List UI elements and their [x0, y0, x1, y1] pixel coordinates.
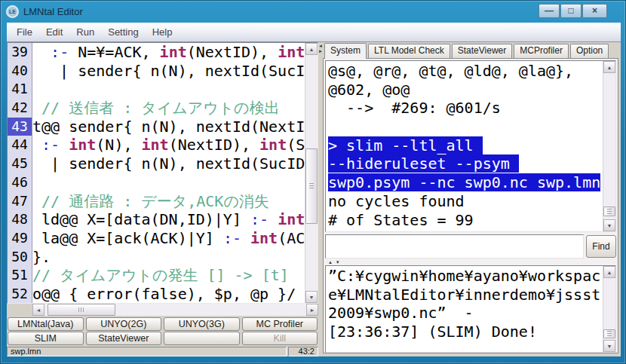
- code-line-44: :- int(N), int(NextID), int(SucID): [32, 136, 305, 154]
- status-bar: swp.lmn 43:2: [7, 347, 318, 356]
- scrollbar-thumb[interactable]: [603, 329, 615, 338]
- code-line-51: // タイムアウトの発生 [] -> [t]: [32, 266, 305, 285]
- tab-content: @s@, @r@, @t@, @ld@, @la@},@602, @o@ -->…: [323, 58, 618, 353]
- code-line-39: :- N=¥=ACK, int(NextID), int(SucID): [32, 43, 305, 62]
- menu-file[interactable]: File: [10, 24, 39, 40]
- tab-system[interactable]: System: [324, 43, 367, 59]
- console-line-7: swp0.psym --nc swp0.nc swp.lmn: [328, 173, 603, 192]
- console-line-3: --> #269: @601/s: [328, 99, 603, 118]
- line-number-50: 50: [8, 248, 32, 267]
- code-line-45: | sender{ n(N), nextId(SucID) }: [32, 154, 305, 173]
- console-text[interactable]: @s@, @r@, @t@, @ld@, @la@},@602, @o@ -->…: [326, 61, 603, 231]
- menu-setting[interactable]: Setting: [101, 24, 145, 40]
- code-line-50: }.: [32, 248, 305, 267]
- find-button[interactable]: Find: [586, 235, 616, 258]
- console-vertical-scrollbar[interactable]: ▲ ▼: [603, 61, 615, 231]
- app-icon: LE: [6, 5, 19, 18]
- maximize-icon[interactable]: □: [560, 4, 582, 18]
- line-number-42: 42: [8, 99, 32, 118]
- menu-help[interactable]: Help: [146, 24, 180, 40]
- code-line-46: [32, 173, 305, 192]
- run-button-unyo-2g[interactable]: UNYO(2G): [86, 317, 162, 331]
- tab-ltl-model-check[interactable]: LTL Model Check: [368, 44, 450, 58]
- scroll-down-icon[interactable]: ▼: [305, 291, 318, 303]
- output-line-4: [23:36:37] (SLIM) Done!: [328, 323, 603, 341]
- run-button-mc-profiler[interactable]: MC Profiler: [242, 317, 318, 331]
- window-controls: — □ ×: [539, 4, 607, 18]
- close-icon[interactable]: ×: [582, 4, 607, 18]
- editor-panel: 3940414243444546474849505152 :- N=¥=ACK,…: [7, 42, 318, 356]
- code-line-47: // 通信路 : データ,ACKの消失: [32, 192, 305, 211]
- scroll-right-icon[interactable]: ►: [306, 304, 318, 316]
- lmntal-editor-window: LE LMNtal Editor — □ × FileEditRunSettin…: [0, 0, 626, 364]
- line-number-48: 48: [8, 210, 32, 229]
- output-vertical-scrollbar[interactable]: ▲ ▼: [603, 266, 615, 352]
- title-bar[interactable]: LE LMNtal Editor — □ ×: [1, 1, 625, 23]
- scroll-up-icon[interactable]: ▲: [603, 61, 615, 73]
- scroll-down-icon[interactable]: ▼: [603, 340, 615, 352]
- code-line-40: | sender{ n(N), nextId(SucID) }: [32, 62, 305, 81]
- editor-horizontal-scrollbar[interactable]: ◄ ►: [32, 304, 318, 316]
- output-line-1: ”C:¥cygwin¥home¥ayano¥workspac: [328, 267, 603, 286]
- code-line-52: o@@ { error(false), $p, @p }/: [32, 285, 305, 303]
- code-line-48: ld@@ X=[data(DN,ID)|Y] :- int(ID): [32, 210, 305, 229]
- scrollbar-thumb[interactable]: [48, 304, 115, 316]
- minimize-icon[interactable]: —: [539, 4, 560, 18]
- console-line-2: @602, @o@: [328, 81, 603, 99]
- menu-run[interactable]: Run: [69, 24, 101, 40]
- line-number-45: 45: [8, 154, 32, 173]
- splitter-collapse-up-icon[interactable]: ▲: [328, 260, 333, 265]
- line-number-43: 43: [8, 118, 32, 136]
- line-number-gutter: 3940414243444546474849505152: [8, 43, 32, 303]
- code-line-42: // 送信者 : タイムアウトの検出: [32, 99, 305, 118]
- console-line-5: > slim --ltl_all: [328, 136, 603, 155]
- tab-option[interactable]: Option: [570, 44, 609, 58]
- console-line-1: @s@, @r@, @t@, @ld@, @la@},: [328, 62, 603, 81]
- tab-bar: SystemLTL Model CheckStateViewerMCProfil…: [323, 42, 618, 58]
- console-line-9: # of States = 99: [328, 211, 603, 230]
- find-input[interactable]: [325, 234, 584, 258]
- line-number-39: 39: [8, 43, 32, 62]
- scrollbar-thumb[interactable]: [305, 148, 318, 224]
- line-number-47: 47: [8, 192, 32, 211]
- line-number-41: 41: [8, 80, 32, 99]
- tab-stateviewer[interactable]: StateViewer: [452, 44, 512, 58]
- tab-mcprofiler[interactable]: MCProfiler: [514, 44, 569, 58]
- log-output-text: ”C:¥cygwin¥home¥ayano¥workspace¥LMNtalEd…: [326, 266, 603, 352]
- console-line-4: [328, 118, 603, 136]
- console-splitter[interactable]: ▲ ▼: [325, 259, 616, 265]
- code-editor[interactable]: 3940414243444546474849505152 :- N=¥=ACK,…: [7, 42, 318, 304]
- code-line-43: t@@ sender{ n(N), nextId(NextID) }: [32, 118, 305, 136]
- line-number-44: 44: [8, 136, 32, 154]
- output-line-3: 2009¥swp0.nc” -: [328, 304, 603, 323]
- status-cursor-position: 43:2: [288, 347, 318, 356]
- editor-vertical-scrollbar[interactable]: ▲ ▼: [305, 43, 318, 303]
- scroll-up-icon[interactable]: ▲: [603, 266, 615, 278]
- line-number-51: 51: [8, 266, 32, 285]
- scroll-up-icon[interactable]: ▲: [305, 43, 318, 55]
- run-button-kill[interactable]: Kill: [242, 332, 318, 345]
- menu-edit[interactable]: Edit: [39, 24, 69, 40]
- line-number-49: 49: [8, 229, 32, 248]
- run-button-lmntal-java[interactable]: LMNtal(Java): [8, 317, 84, 331]
- run-button-stateviewer[interactable]: StateViewer: [86, 332, 162, 345]
- system-console[interactable]: @s@, @r@, @t@, @ld@, @la@},@602, @o@ -->…: [325, 60, 616, 232]
- app-icon-label: LE: [9, 9, 16, 14]
- log-output[interactable]: ”C:¥cygwin¥home¥ayano¥workspace¥LMNtalEd…: [325, 265, 616, 353]
- system-panel: SystemLTL Model CheckStateViewerMCProfil…: [323, 42, 618, 353]
- splitter-collapse-down-icon[interactable]: ▼: [336, 260, 341, 265]
- output-line-2: e¥LMNtalEditor¥innerdemo¥jssst: [328, 286, 603, 304]
- scrollbar-thumb[interactable]: [603, 206, 615, 216]
- run-button-slim[interactable]: SLIM: [8, 332, 84, 345]
- run-button-unyo-3g[interactable]: UNYO(3G): [164, 317, 240, 331]
- menu-bar: FileEditRunSettingHelp: [7, 23, 621, 42]
- scroll-down-icon[interactable]: ▼: [603, 219, 615, 231]
- code-line-41: [32, 80, 305, 99]
- console-line-8: no cycles found: [328, 192, 603, 211]
- console-line-6: --hideruleset --psym: [328, 154, 603, 173]
- status-filename: swp.lmn: [7, 347, 287, 356]
- code-area[interactable]: :- N=¥=ACK, int(NextID), int(SucID) | se…: [32, 43, 305, 303]
- scroll-left-icon[interactable]: ◄: [32, 304, 44, 316]
- run-button-grid: LMNtal(Java)UNYO(2G)UNYO(3G)MC ProfilerS…: [8, 317, 318, 345]
- run-button-empty[interactable]: [164, 332, 240, 345]
